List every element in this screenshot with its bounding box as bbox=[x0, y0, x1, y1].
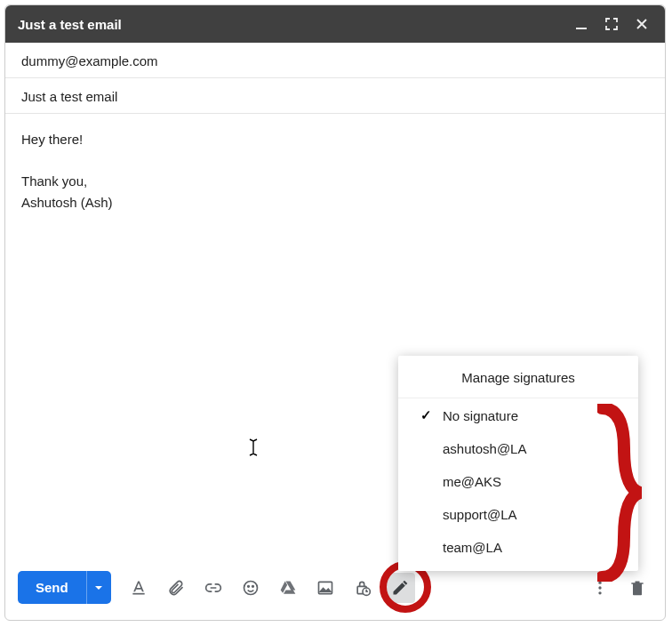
signature-option-label: support@LA bbox=[437, 507, 517, 522]
drive-icon bbox=[279, 579, 297, 597]
svg-rect-1 bbox=[132, 592, 144, 594]
svg-point-4 bbox=[252, 585, 253, 587]
emoji-icon bbox=[242, 579, 260, 597]
kebab-icon bbox=[591, 579, 609, 597]
signature-option[interactable]: ashutosh@LA bbox=[398, 432, 638, 465]
fullscreen-button[interactable] bbox=[601, 13, 622, 35]
svg-point-2 bbox=[244, 581, 257, 594]
emoji-button[interactable] bbox=[236, 573, 266, 603]
titlebar: Just a test email bbox=[5, 5, 665, 43]
more-options-button[interactable] bbox=[585, 573, 615, 603]
compose-window: Just a test email dummy@example.com Just… bbox=[4, 4, 666, 621]
svg-point-10 bbox=[598, 591, 601, 594]
close-button[interactable] bbox=[631, 13, 652, 35]
text-cursor-icon bbox=[247, 438, 260, 456]
paperclip-icon bbox=[167, 579, 185, 597]
send-button-group: Send bbox=[18, 571, 111, 604]
body-line: Ashutosh (Ash) bbox=[21, 193, 649, 213]
confidential-button[interactable] bbox=[348, 573, 378, 603]
minimize-button[interactable] bbox=[571, 13, 592, 35]
minimize-icon bbox=[575, 18, 588, 30]
signature-option-label: ashutosh@LA bbox=[437, 441, 526, 456]
check-icon: ✓ bbox=[414, 407, 437, 423]
caret-down-icon bbox=[94, 583, 103, 592]
subject-field[interactable]: Just a test email bbox=[5, 78, 665, 114]
svg-rect-0 bbox=[576, 28, 587, 29]
pen-icon bbox=[391, 579, 409, 597]
signature-menu-header[interactable]: Manage signatures bbox=[398, 356, 638, 398]
body-line: Thank you, bbox=[21, 172, 649, 192]
signature-button[interactable] bbox=[385, 573, 415, 603]
svg-point-8 bbox=[598, 581, 601, 583]
image-icon bbox=[316, 579, 334, 597]
window-title: Just a test email bbox=[18, 17, 562, 32]
send-button[interactable]: Send bbox=[18, 571, 86, 604]
signature-option-none[interactable]: ✓ No signature bbox=[398, 398, 638, 432]
trash-icon bbox=[628, 579, 646, 597]
lock-clock-icon bbox=[354, 579, 372, 597]
link-icon bbox=[204, 579, 222, 597]
link-button[interactable] bbox=[198, 573, 228, 603]
send-options-button[interactable] bbox=[86, 571, 111, 604]
signature-menu: Manage signatures ✓ No signature ashutos… bbox=[398, 356, 638, 571]
expand-icon bbox=[605, 18, 618, 30]
signature-option-label: me@AKS bbox=[437, 474, 501, 489]
formatting-button[interactable] bbox=[124, 573, 154, 603]
text-format-icon bbox=[130, 579, 148, 597]
photo-button[interactable] bbox=[310, 573, 340, 603]
signature-option-label: No signature bbox=[437, 408, 518, 423]
signature-option-label: team@LA bbox=[437, 540, 502, 555]
attach-button[interactable] bbox=[161, 573, 191, 603]
signature-option[interactable]: team@LA bbox=[398, 531, 638, 564]
svg-point-9 bbox=[598, 586, 601, 589]
signature-option[interactable]: me@AKS bbox=[398, 465, 638, 498]
discard-button[interactable] bbox=[622, 573, 652, 603]
signature-option[interactable]: support@LA bbox=[398, 498, 638, 531]
body-line: Hey there! bbox=[21, 130, 649, 150]
svg-point-3 bbox=[247, 585, 249, 587]
drive-button[interactable] bbox=[273, 573, 303, 603]
to-field[interactable]: dummy@example.com bbox=[5, 43, 665, 78]
close-icon bbox=[636, 18, 648, 30]
